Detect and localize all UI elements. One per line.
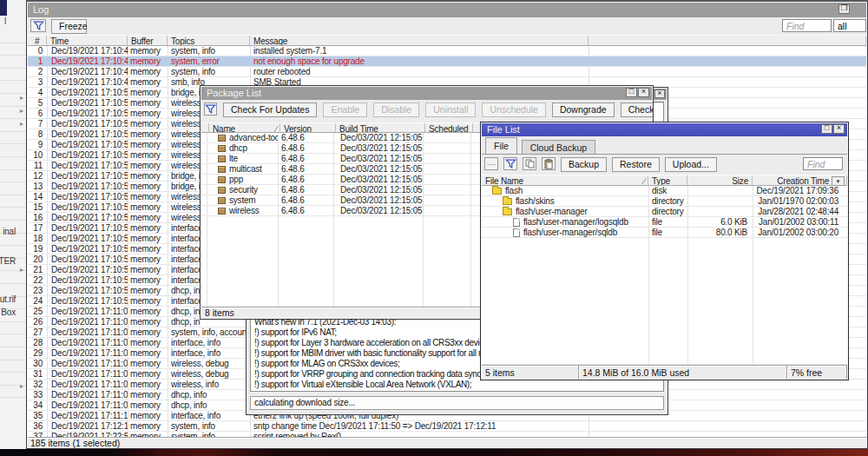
log-row-number: 7 [28,119,47,129]
disk-free: 7% free [787,366,847,379]
log-row-time: Dec/19/2021 17:10:53 [47,129,128,139]
log-row-message: router rebooted [250,67,589,76]
package-name-cell: system [207,195,278,205]
close-icon[interactable]: × [638,88,649,97]
log-row-time: Dec/19/2021 17:11:03 [47,338,128,347]
package-action-button[interactable]: Unschedule [482,102,545,117]
submenu-arrow-icon: ▸ [20,107,23,116]
filter-button[interactable] [204,102,217,116]
column-header-time[interactable]: Time [47,36,128,45]
log-row-time: Dec/19/2021 17:10:57 [47,244,128,254]
filter-button[interactable] [30,19,46,32]
column-header-scheduled[interactable]: Scheduled [425,123,473,132]
copy-button[interactable] [523,157,536,170]
upload-button[interactable]: Upload... [665,157,717,172]
package-action-button[interactable]: Disable [373,102,419,117]
file-column-headers: File Name ∕ Type Size Creation Time ▾ [482,175,847,186]
log-row[interactable]: 2 Dec/19/2021 17:10:47 memory system, in… [28,67,866,77]
package-version-cell: 6.48.6 [278,185,333,195]
log-titlebar[interactable]: Log [28,3,866,17]
sidebar-item-label-fragment[interactable]: Box [1,307,16,317]
column-header-build-time[interactable]: Build Time [336,123,425,132]
funnel-icon [505,159,516,169]
log-row[interactable]: 0 Dec/19/2021 17:10:46 memory system, in… [28,46,866,56]
column-chooser-button[interactable]: ▾ [832,176,845,186]
file-row[interactable]: flash disk Dec/19/2021 17:09:36 [482,186,847,196]
log-row-buffer: memory [128,192,168,202]
maximize-icon[interactable]: □ [626,88,637,97]
package-action-button[interactable]: Downgrade [552,102,615,117]
tab-file[interactable]: File [485,137,517,154]
file-ctime-cell: Dec/19/2021 17:09:36 [753,186,847,195]
column-header-message[interactable]: Message [250,36,589,45]
file-row[interactable]: flash/user-manager/logsqldb file 6.0 KiB… [482,217,847,228]
column-header-size[interactable]: Size [687,175,753,185]
log-row-number: 32 [28,380,47,389]
column-gutter [201,123,209,132]
column-header-type[interactable]: Type [648,175,687,185]
log-row-number: 9 [28,140,47,149]
file-titlebar[interactable]: File List [482,123,847,136]
package-action-button[interactable]: Check For Updates [223,102,317,117]
column-header-name[interactable]: Name ∕ [209,123,280,132]
copy-icon [525,159,535,169]
tab-cloud-backup[interactable]: Cloud Backup [522,140,595,155]
package-icon [218,187,226,194]
package-titlebar[interactable]: Package List [201,87,652,100]
file-find-input[interactable] [803,157,843,170]
package-name-cell: ppp [207,175,278,184]
freeze-button[interactable]: Freeze [51,19,87,34]
filter-button[interactable] [503,157,517,170]
log-row-number: 16 [28,213,47,222]
sidebar-item-label-fragment[interactable]: out.rif [0,294,16,304]
package-action-button[interactable]: Enable [323,102,367,117]
close-icon[interactable]: × [833,124,845,134]
log-row-buffer: memory [128,182,168,191]
package-scheduled-cell [423,154,470,163]
close-icon[interactable]: × [654,89,665,98]
file-ctime-cell: Jan/28/2021 02:48:44 [753,207,847,216]
package-build-time-cell: Dec/03/2021 12:15:05 [333,206,423,215]
column-header-version[interactable]: Version [280,123,336,132]
package-icon [218,155,226,162]
column-header-number[interactable]: # [28,36,47,45]
restore-button[interactable]: Restore [612,157,660,172]
package-version-cell: 6.48.6 [278,195,333,205]
column-header-buffer[interactable]: Buffer [128,36,168,45]
log-row-buffer: memory [128,161,168,170]
sidebar-item-label-fragment[interactable]: l [4,17,6,26]
sidebar-item-label-fragment[interactable]: inal [3,227,16,236]
log-scope-dropdown[interactable]: all [833,19,866,32]
package-action-button[interactable]: Uninstall [425,102,476,117]
column-header-topics[interactable]: Topics [168,36,250,45]
log-row[interactable]: 1 Dec/19/2021 17:10:46 memory system, er… [28,56,866,67]
package-action-button[interactable]: Check Installation [621,102,654,117]
log-row-time: Dec/19/2021 17:10:53 [47,150,128,160]
log-row[interactable]: 36 Dec/19/2021 17:12:11 memory system, i… [28,421,866,432]
log-row-number: 21 [28,265,47,274]
package-icon [218,208,226,215]
log-row-time: Dec/19/2021 17:10:53 [47,140,128,149]
log-row-time: Dec/19/2021 17:11:03 [47,327,128,337]
log-row-time: Dec/19/2021 17:11:09 [47,400,128,410]
backup-button[interactable]: Backup [561,157,607,172]
file-row[interactable]: flash/user-manager directory Jan/28/2021… [482,207,847,217]
remove-button[interactable]: — [484,157,498,170]
maximize-icon[interactable]: □ [821,124,832,134]
package-version-cell: 6.48.6 [278,133,333,142]
restore-window-icon[interactable]: ❐ [838,4,850,14]
log-find-input[interactable] [782,19,832,32]
file-name-cell: flash [482,186,648,195]
paste-button[interactable] [542,157,556,170]
file-statusbar: 5 items 14.8 MiB of 16.0 MiB used 7% fre… [482,365,847,379]
log-row-time: Dec/19/2021 17:10:52 [47,109,128,118]
sidebar-item-label-fragment[interactable]: TER [0,256,16,266]
log-row-number: 33 [28,390,47,400]
package-scheduled-cell [423,133,470,142]
log-row-buffer: memory [128,390,168,400]
file-row[interactable]: flash/skins directory Jan/01/1970 02:00:… [482,196,847,207]
file-row[interactable]: flash/user-manager/sqldb file 80.0 KiB J… [482,228,847,238]
file-name-cell: flash/user-manager/sqldb [482,228,648,237]
column-header-file-name[interactable]: File Name ∕ [482,175,648,185]
package-version-cell: 6.48.6 [278,175,333,184]
